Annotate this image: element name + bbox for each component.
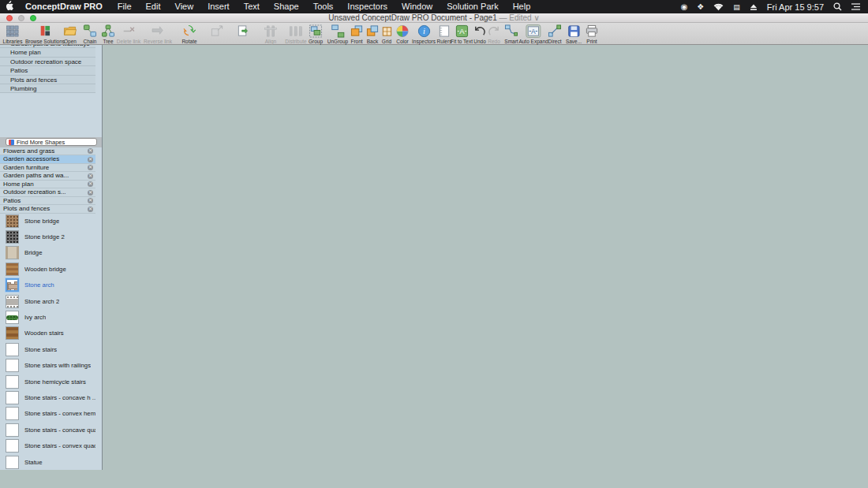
- menu-item-edit[interactable]: Edit: [139, 0, 168, 13]
- print-button[interactable]: Print: [585, 24, 600, 44]
- actions-button[interactable]: [236, 24, 251, 39]
- front-button[interactable]: Front: [350, 24, 365, 44]
- library-tab-patios[interactable]: Patios✕: [0, 197, 95, 206]
- close-library-icon[interactable]: ✕: [88, 157, 93, 162]
- ungroup-button[interactable]: UnGroup: [327, 24, 348, 44]
- tree-button[interactable]: Tree: [101, 24, 116, 44]
- close-library-icon[interactable]: ✕: [88, 148, 93, 154]
- save-button[interactable]: Save...: [566, 24, 582, 44]
- solution-item-home-plan[interactable]: Home plan: [0, 48, 95, 57]
- open-button[interactable]: Open: [63, 24, 78, 44]
- shape-item-stone-stairs-concave-quadrant[interactable]: Stone stairs - concave quadrant: [0, 422, 95, 438]
- library-tab-garden-accessories[interactable]: Garden accessories✕: [0, 155, 95, 164]
- dropbox-icon[interactable]: ❖: [697, 2, 704, 11]
- library-tab-plots-and-fences[interactable]: Plots and fences✕: [0, 205, 95, 214]
- menu-clock[interactable]: Fri Apr 15 9:57: [767, 2, 824, 12]
- toolbar-button-label: Color: [396, 39, 409, 44]
- actions-icon: [236, 24, 251, 38]
- menu-item-shape[interactable]: Shape: [267, 0, 306, 13]
- shape-item-ivy-arch[interactable]: Ivy arch: [0, 309, 95, 325]
- grid-button[interactable]: Grid: [380, 24, 395, 44]
- color-button[interactable]: Color: [395, 24, 410, 44]
- menu-item-file[interactable]: File: [110, 0, 139, 13]
- shape-item-stone-hemicycle-stairs[interactable]: Stone hemicycle stairs: [0, 374, 95, 389]
- library-tab-home-plan[interactable]: Home plan✕: [0, 181, 95, 189]
- close-library-icon[interactable]: ✕: [88, 173, 93, 179]
- menu-item-help[interactable]: Help: [506, 0, 538, 13]
- solution-item-outdoor-recreation-space[interactable]: Outdoor recreation space: [0, 58, 95, 66]
- shape-item-stone-stairs-with-railings[interactable]: Stone stairs with railings: [0, 358, 95, 374]
- solution-item-plumbing[interactable]: Plumbing: [0, 84, 95, 93]
- menu-item-insert[interactable]: Insert: [200, 0, 237, 13]
- menu-item-text[interactable]: Text: [237, 0, 267, 13]
- shape-item-stone-bridge[interactable]: Stone bridge: [0, 213, 95, 229]
- solution-park-icon: [9, 140, 14, 145]
- browse-solutions-button[interactable]: Browse Solutions: [25, 24, 65, 44]
- group-button[interactable]: Group: [309, 24, 324, 44]
- close-library-icon[interactable]: ✕: [88, 207, 93, 212]
- fit-to-text-button[interactable]: AFit to Text: [451, 24, 473, 44]
- libraries-button[interactable]: Libraries: [3, 24, 23, 44]
- speckle-gray-thumbnail-icon: [6, 295, 19, 308]
- shape-item-stone-stairs-convex-quadrant[interactable]: Stone stairs - convex quadrant: [0, 438, 95, 453]
- close-library-icon[interactable]: ✕: [88, 165, 93, 170]
- direct-button[interactable]: Direct: [548, 24, 563, 44]
- shape-item-stone-arch[interactable]: Stone arch: [0, 278, 95, 293]
- toolbar-button-label: Redo: [488, 39, 500, 44]
- redo-button[interactable]: Redo: [487, 24, 502, 44]
- notification-center-icon[interactable]: [851, 3, 860, 10]
- smart-button[interactable]: Smart: [504, 24, 519, 44]
- display-icon[interactable]: ▤: [733, 3, 740, 11]
- close-library-icon[interactable]: ✕: [88, 181, 93, 187]
- library-tab-garden-paths-and-wa-[interactable]: Garden paths and wa...✕: [0, 172, 95, 181]
- library-tab-outdoor-recreation-s-[interactable]: Outdoor recreation s...✕: [0, 188, 95, 197]
- library-tab-label: Outdoor recreation s...: [3, 188, 66, 196]
- drawing-canvas[interactable]: [0, 0, 868, 488]
- shape-item-bridge[interactable]: Bridge: [0, 245, 95, 261]
- align-button[interactable]: Align: [264, 24, 279, 44]
- reverse-link-button[interactable]: Reverse link: [144, 24, 172, 44]
- wifi-icon[interactable]: [713, 3, 724, 11]
- solution-item-plots-and-fences[interactable]: Plots and fences: [0, 76, 95, 84]
- window-title-bar[interactable]: Unsaved ConceptDraw PRO Document - Page1…: [0, 13, 868, 23]
- menu-item-inspectors[interactable]: Inspectors: [340, 0, 395, 13]
- menu-item-window[interactable]: Window: [395, 0, 440, 13]
- delete-link-button[interactable]: Delete link: [117, 24, 140, 44]
- distribute-button[interactable]: Distribute: [285, 24, 306, 44]
- chain-button[interactable]: Chain: [83, 24, 98, 44]
- auto-expand-button[interactable]: AAuto Expand: [518, 24, 548, 44]
- menu-item-solution-park[interactable]: Solution Park: [440, 0, 505, 13]
- close-library-icon[interactable]: ✕: [88, 198, 93, 203]
- screen-record-icon[interactable]: ◉: [681, 2, 688, 11]
- menu-item-tools[interactable]: Tools: [306, 0, 341, 13]
- shape-item-wooden-bridge[interactable]: Wooden bridge: [0, 261, 95, 277]
- document-page[interactable]: [0, 0, 868, 488]
- shape-item-statue[interactable]: Statue: [0, 454, 95, 470]
- shape-item-stone-stairs[interactable]: Stone stairs: [0, 341, 95, 357]
- back-button[interactable]: Back: [365, 24, 380, 44]
- undo-button[interactable]: Undo: [473, 24, 488, 44]
- eject-icon[interactable]: [750, 3, 758, 11]
- close-library-icon[interactable]: ✕: [88, 190, 93, 196]
- library-tab-label: Flowers and grass: [3, 147, 54, 155]
- toolbar-button-label: Save...: [566, 39, 582, 44]
- library-tab-flowers-and-grass[interactable]: Flowers and grass✕: [0, 147, 95, 156]
- shape-item-wooden-stairs[interactable]: Wooden stairs: [0, 326, 95, 341]
- shape-item-stone-bridge-2[interactable]: Stone bridge 2: [0, 229, 95, 244]
- spotlight-search-icon[interactable]: [833, 2, 842, 11]
- rulers-button[interactable]: Rulers: [437, 24, 452, 44]
- toolbar-button-label: Auto Expand: [518, 39, 548, 44]
- back-icon: [365, 24, 380, 38]
- apple-menu-icon[interactable]: [0, 1, 17, 13]
- resize-button[interactable]: [210, 24, 225, 39]
- rotate-button[interactable]: Rotate: [181, 24, 196, 44]
- shape-item-stone-stairs-convex-hemicycle[interactable]: Stone stairs - convex hemicycle: [0, 406, 95, 422]
- library-tab-garden-furniture[interactable]: Garden furniture✕: [0, 164, 95, 173]
- find-more-shapes-button[interactable]: Find More Shapes: [6, 138, 97, 146]
- inspectors-button[interactable]: iInspectors: [412, 24, 436, 44]
- shape-item-stone-arch-2[interactable]: Stone arch 2: [0, 293, 95, 309]
- menu-app-name[interactable]: ConceptDraw PRO: [17, 0, 110, 13]
- solution-item-patios[interactable]: Patios: [0, 66, 95, 75]
- shape-item-stone-stairs-concave-h[interactable]: Stone stairs - concave h ...: [0, 389, 95, 405]
- menu-item-view[interactable]: View: [168, 0, 201, 13]
